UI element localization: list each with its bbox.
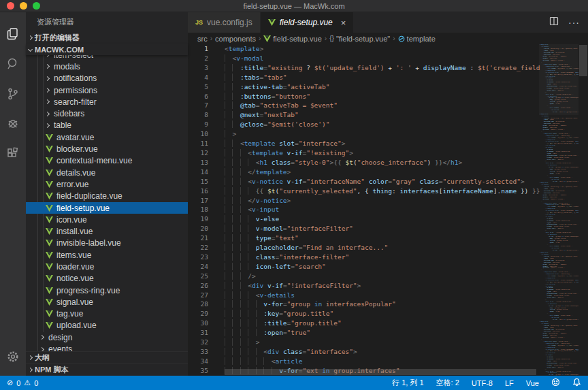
code-line[interactable]: 3 :title="existing ? $t('update_field') … bbox=[188, 63, 539, 73]
scrollbar-slider[interactable] bbox=[579, 45, 587, 76]
search-icon[interactable] bbox=[0, 49, 26, 79]
errors-count[interactable]: 0 bbox=[16, 379, 20, 387]
code-line[interactable]: 8 @next="nextTab" bbox=[188, 110, 539, 120]
tree-item-loader-vue[interactable]: loader.vue bbox=[26, 261, 188, 272]
settings-gear-icon[interactable] bbox=[0, 342, 26, 372]
more-actions-icon[interactable]: ··· bbox=[568, 17, 580, 28]
code-line[interactable]: 6 :buttons="buttons" bbox=[188, 92, 539, 101]
code-line[interactable]: 21 type="text" bbox=[188, 233, 539, 243]
code-line[interactable]: 14 </template> bbox=[188, 167, 539, 177]
tree-item-notifications[interactable]: notifications bbox=[26, 73, 188, 84]
code-line[interactable]: 15 <v-notice v-if="interfaceName" color=… bbox=[188, 177, 539, 186]
code-line[interactable]: 13 <h1 class="style-0">{{ $t("choose_int… bbox=[188, 158, 539, 167]
tree-item-events[interactable]: events bbox=[26, 343, 188, 351]
tree-item-signal-vue[interactable]: signal.vue bbox=[26, 296, 188, 308]
code-line[interactable]: 28 v-for="group in interfacesPopular" bbox=[188, 299, 539, 309]
code-line[interactable]: 4 :tabs="tabs" bbox=[188, 73, 539, 82]
breadcrumb-item[interactable]: {}"field-setup.vue" bbox=[329, 35, 390, 43]
tree-item-design[interactable]: design bbox=[26, 331, 188, 343]
breadcrumb-item[interactable]: src bbox=[197, 35, 208, 43]
explorer-icon[interactable] bbox=[0, 19, 26, 49]
tree-item-sidebars[interactable]: sidebars bbox=[26, 108, 188, 119]
status-item[interactable]: LF bbox=[505, 379, 514, 387]
tree-item-install-vue[interactable]: install.vue bbox=[26, 225, 188, 237]
source-control-icon[interactable] bbox=[0, 79, 26, 109]
feedback-smiley-icon[interactable] bbox=[551, 378, 560, 388]
tree-item-item-select[interactable]: item-select bbox=[26, 55, 188, 61]
tree-item-icon-vue[interactable]: icon.vue bbox=[26, 214, 188, 225]
code-line[interactable]: 5 :active-tab="activeTab" bbox=[188, 82, 539, 92]
tree-item-field-duplicate-vue[interactable]: field-duplicate.vue bbox=[26, 191, 188, 202]
code-line[interactable]: 7 @tab="activeTab = $event" bbox=[188, 101, 539, 110]
close-tab-icon[interactable]: × bbox=[341, 18, 346, 27]
code-line[interactable]: 16 {{ $t("currently_selected", { thing: … bbox=[188, 186, 539, 196]
tree-item-blocker-vue[interactable]: blocker.vue bbox=[26, 143, 188, 155]
tree-item-avatar-vue[interactable]: avatar.vue bbox=[26, 131, 188, 143]
warnings-icon[interactable]: ⚠ bbox=[24, 378, 31, 387]
tree-item-progress-ring-vue[interactable]: progress-ring.vue bbox=[26, 285, 188, 296]
code-line[interactable]: 17 </v-notice> bbox=[188, 196, 539, 206]
code-line[interactable]: 11 <template slot="interface"> bbox=[188, 139, 539, 148]
minimap[interactable]: <template> <v-modal :title="existing ? $… bbox=[539, 44, 578, 376]
tree-item-label: design bbox=[48, 333, 72, 342]
tree-item-permissions[interactable]: permissions bbox=[26, 84, 188, 96]
code-line[interactable]: 19 v-else bbox=[188, 214, 539, 224]
tree-item-tag-vue[interactable]: tag.vue bbox=[26, 308, 188, 320]
breadcrumb-item[interactable]: template bbox=[398, 35, 436, 43]
project-section-header[interactable]: MACWK.COM bbox=[26, 44, 188, 55]
outline-section[interactable]: 大纲 bbox=[26, 351, 188, 363]
extensions-icon[interactable] bbox=[0, 139, 26, 169]
code-line[interactable]: 2 <v-modal bbox=[188, 54, 539, 63]
tree-item-items-vue[interactable]: items.vue bbox=[26, 249, 188, 261]
split-editor-icon[interactable] bbox=[549, 16, 559, 29]
tree-item-details-vue[interactable]: details.vue bbox=[26, 167, 188, 178]
chevron-right-icon bbox=[28, 355, 33, 360]
horizontal-scrollbar[interactable] bbox=[225, 369, 536, 375]
code-line[interactable]: 25 /> bbox=[188, 272, 539, 281]
tree-item-table[interactable]: table bbox=[26, 120, 188, 131]
tree-item-notice-vue[interactable]: notice.vue bbox=[26, 273, 188, 285]
tree-item-label: signal.vue bbox=[56, 297, 93, 307]
debug-icon[interactable] bbox=[0, 109, 26, 139]
code-line[interactable]: 1<template> bbox=[188, 44, 539, 54]
tree-item-field-setup-vue[interactable]: field-setup.vue bbox=[26, 202, 188, 214]
errors-icon[interactable]: ⊘ bbox=[7, 378, 13, 387]
code-line[interactable]: 30 :title="group.title" bbox=[188, 319, 539, 328]
warnings-count[interactable]: 0 bbox=[34, 379, 38, 387]
code-line[interactable]: 10 > bbox=[188, 129, 539, 139]
tree-item-invisible-label-vue[interactable]: invisible-label.vue bbox=[26, 238, 188, 249]
code-line[interactable]: 22 placeholder="Find an interface..." bbox=[188, 243, 539, 253]
code-line[interactable]: 32 > bbox=[188, 338, 539, 347]
tree-item-search-filter[interactable]: search-filter bbox=[26, 96, 188, 108]
editor-tab-vue-config-js[interactable]: JSvue.config.js bbox=[188, 12, 261, 33]
code-line[interactable]: 31 :open="true" bbox=[188, 328, 539, 338]
code-line[interactable]: 9 @close="$emit('close')" bbox=[188, 120, 539, 129]
open-editors-section[interactable]: 打开的编辑器 bbox=[26, 31, 188, 44]
vertical-scrollbar[interactable] bbox=[578, 44, 588, 376]
status-item[interactable]: UTF-8 bbox=[472, 379, 493, 387]
code-line[interactable]: 29 :key="group.title" bbox=[188, 309, 539, 319]
code-line[interactable]: 23 class="interface-filter" bbox=[188, 253, 539, 262]
code-line[interactable]: 34 <article bbox=[188, 357, 539, 366]
code-line[interactable]: 27 <v-details bbox=[188, 291, 539, 300]
npm-scripts-section[interactable]: NPM 脚本 bbox=[26, 363, 188, 376]
breadcrumb-item[interactable]: field-setup.vue bbox=[263, 35, 322, 43]
status-item[interactable]: 空格: 2 bbox=[436, 378, 459, 388]
code-line[interactable]: 18 <v-input bbox=[188, 205, 539, 214]
editor-tab-field-setup-vue[interactable]: field-setup.vue× bbox=[261, 12, 355, 33]
tree-item-modals[interactable]: modals bbox=[26, 61, 188, 72]
code-line[interactable]: 20 v-model="interfaceFilter" bbox=[188, 224, 539, 233]
tree-item-contextual-menu-vue[interactable]: contextual-menu.vue bbox=[26, 155, 188, 167]
notifications-bell-icon[interactable] bbox=[572, 378, 581, 388]
status-item[interactable]: 行 1, 列 1 bbox=[392, 378, 423, 388]
code-line[interactable]: 12 <template v-if="!existing"> bbox=[188, 148, 539, 158]
tree-item-error-vue[interactable]: error.vue bbox=[26, 178, 188, 190]
tree-item-upload-vue[interactable]: upload.vue bbox=[26, 320, 188, 331]
code-editor[interactable]: 1<template>2 <v-modal3 :title="existing … bbox=[188, 44, 588, 376]
status-item[interactable]: Vue bbox=[526, 379, 539, 387]
code-line[interactable]: 33 <div class="interfaces"> bbox=[188, 347, 539, 357]
breadcrumb-label: "field-setup.vue" bbox=[336, 35, 390, 43]
breadcrumb-item[interactable]: components bbox=[215, 35, 256, 43]
code-line[interactable]: 26 <div v-if="!interfaceFilter"> bbox=[188, 281, 539, 291]
code-line[interactable]: 24 icon-left="search" bbox=[188, 262, 539, 272]
